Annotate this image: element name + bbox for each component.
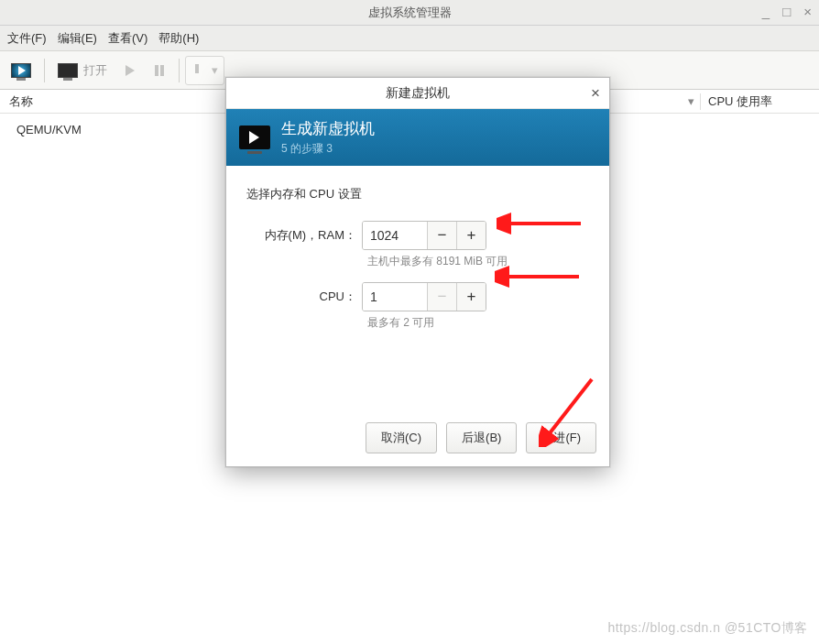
dialog-titlebar: 新建虚拟机 × — [226, 78, 609, 109]
svg-rect-3 — [195, 64, 199, 73]
toolbar-separator — [44, 59, 45, 82]
column-cpu[interactable]: CPU 使用率 — [700, 93, 819, 110]
cpu-row: CPU： − + — [246, 282, 589, 311]
new-vm-dialog: 新建虚拟机 × 生成新虚拟机 5 的步骤 3 选择内存和 CPU 设置 内存(M… — [225, 77, 610, 467]
close-button[interactable]: × — [803, 4, 812, 19]
open-label: 打开 — [83, 62, 107, 79]
memory-hint: 主机中最多有 8191 MiB 可用 — [367, 254, 589, 269]
window-title: 虚拟系统管理器 — [368, 5, 452, 21]
window-titlebar: 虚拟系统管理器 _ □ × — [0, 0, 819, 26]
dialog-header: 生成新虚拟机 5 的步骤 3 — [226, 109, 609, 166]
cpu-decrement-button: − — [427, 283, 456, 311]
cpu-spinner: − + — [362, 282, 486, 311]
cancel-button[interactable]: 取消(C) — [366, 422, 437, 453]
dialog-body: 选择内存和 CPU 设置 内存(M)，RAM： − + 主机中最多有 8191 … — [226, 166, 609, 413]
pause-button[interactable] — [146, 56, 173, 85]
dialog-footer: 取消(C) 后退(B) 前进(F) — [226, 413, 609, 466]
open-button[interactable]: 打开 — [50, 56, 115, 85]
monitor-icon — [58, 63, 78, 78]
monitor-play-icon — [239, 126, 270, 149]
toolbar-separator — [179, 59, 180, 82]
minimize-button[interactable]: _ — [762, 4, 770, 19]
maximize-button[interactable]: □ — [782, 4, 791, 19]
memory-spinner: − + — [362, 221, 486, 250]
dialog-step-indicator: 5 的步骤 3 — [281, 141, 375, 157]
cpu-increment-button[interactable]: + — [456, 283, 486, 311]
shutdown-dropdown[interactable]: ▾ — [185, 56, 224, 85]
menu-help[interactable]: 帮助(H) — [158, 30, 199, 47]
cpu-hint: 最多有 2 可用 — [367, 315, 589, 331]
memory-input[interactable] — [363, 222, 427, 249]
play-icon — [124, 64, 136, 77]
memory-decrement-button[interactable]: − — [427, 222, 456, 249]
memory-increment-button[interactable]: + — [456, 222, 486, 249]
window-controls: _ □ × — [762, 4, 812, 19]
chevron-down-icon: ▾ — [204, 63, 220, 77]
pause-icon — [153, 64, 166, 77]
power-icon — [190, 63, 204, 78]
menu-edit[interactable]: 编辑(E) — [58, 30, 97, 47]
menubar: 文件(F) 编辑(E) 查看(V) 帮助(H) — [0, 26, 819, 51]
cpu-input[interactable] — [363, 283, 427, 311]
dialog-header-title: 生成新虚拟机 — [281, 118, 375, 139]
play-button[interactable] — [116, 56, 144, 85]
section-label: 选择内存和 CPU 设置 — [246, 186, 589, 202]
new-vm-button[interactable] — [4, 56, 38, 85]
menu-file[interactable]: 文件(F) — [7, 30, 47, 47]
back-button[interactable]: 后退(B) — [446, 422, 517, 453]
memory-row: 内存(M)，RAM： − + — [246, 221, 589, 250]
monitor-play-icon — [11, 63, 31, 78]
memory-label: 内存(M)，RAM： — [246, 227, 362, 244]
column-sort-arrow[interactable]: ▾ — [682, 94, 700, 108]
svg-marker-0 — [126, 65, 135, 76]
svg-rect-2 — [160, 65, 164, 76]
dialog-close-button[interactable]: × — [591, 84, 600, 103]
forward-button[interactable]: 前进(F) — [526, 422, 596, 453]
menu-view[interactable]: 查看(V) — [108, 30, 147, 47]
cpu-label: CPU： — [246, 289, 362, 305]
svg-rect-1 — [155, 65, 158, 76]
dialog-title: 新建虚拟机 — [386, 85, 450, 102]
